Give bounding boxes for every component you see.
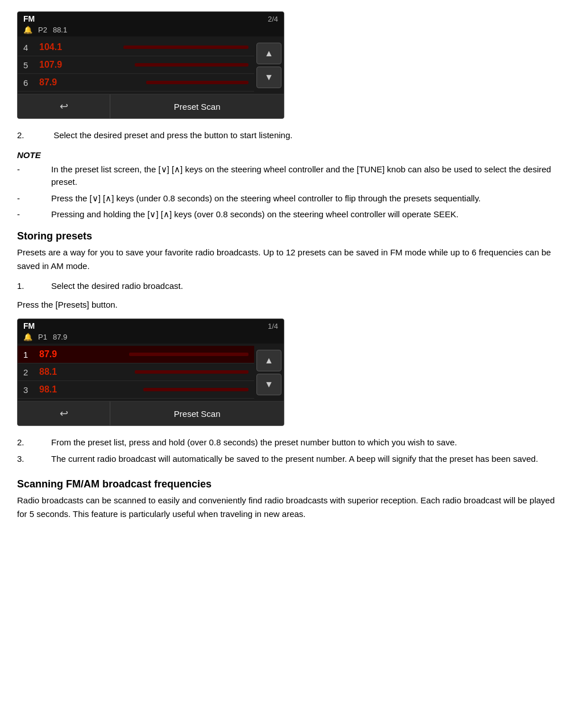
note-section: NOTE - In the preset list screen, the [∨… bbox=[17, 150, 559, 221]
freq-value: 87.9 bbox=[39, 77, 57, 88]
screen2-subheader: 🔔 P1 87.9 bbox=[18, 332, 284, 344]
screen1-freq-label: 88.1 bbox=[53, 26, 67, 34]
screen2-fm-label: FM bbox=[23, 321, 35, 330]
press-presets-text: Press the [Presets] button. bbox=[17, 298, 559, 312]
screen1-footer: ↩ Preset Scan bbox=[18, 94, 284, 118]
table-row[interactable]: 3 98.1 bbox=[18, 381, 254, 399]
scroll-down-button-1[interactable]: ▼ bbox=[256, 67, 281, 88]
scroll-buttons-1: ▲ ▼ bbox=[254, 36, 284, 94]
note-dash-3: - bbox=[17, 208, 51, 221]
step3-num: 3. bbox=[17, 453, 51, 466]
note-dash-2: - bbox=[17, 192, 51, 205]
freq-bar bbox=[135, 63, 248, 67]
note-title: NOTE bbox=[17, 150, 559, 160]
screen2-header: FM 1/4 bbox=[18, 319, 284, 332]
freq-value: 88.1 bbox=[39, 367, 57, 377]
step2-num: 2. bbox=[17, 129, 51, 142]
note-content-1: In the preset list screen, the [∨] [∧] k… bbox=[51, 163, 559, 189]
step2b-content: From the preset list, press and hold (ov… bbox=[51, 436, 457, 449]
note-item-2: - Press the [∨] [∧] keys (under 0.8 seco… bbox=[17, 192, 559, 205]
storing-step-3: 3. The current radio broadcast will auto… bbox=[17, 453, 559, 466]
freq-value: 98.1 bbox=[39, 384, 57, 395]
chevron-down-icon: ▼ bbox=[264, 72, 274, 82]
chevron-up-icon-2: ▲ bbox=[264, 355, 274, 366]
screen2-page-indicator: 1/4 bbox=[268, 322, 278, 330]
screen1-preset-label: P2 bbox=[38, 26, 47, 34]
scanning-heading: Scanning FM/AM broadcast frequencies bbox=[17, 478, 559, 490]
screen1-page-indicator: 2/4 bbox=[268, 15, 278, 23]
storing-step-1: 1. Select the desired radio broadcast. bbox=[17, 280, 559, 293]
back-button-2[interactable]: ↩ bbox=[18, 402, 110, 425]
screen1-list: 4 104.1 5 107.9 6 87.9 bbox=[18, 36, 254, 94]
preset-scan-label-2: Preset Scan bbox=[174, 409, 221, 419]
freq-value: 107.9 bbox=[39, 60, 62, 70]
freq-bar bbox=[135, 370, 248, 374]
storing-presets-heading: Storing presets bbox=[17, 230, 559, 242]
table-row[interactable]: 2 88.1 bbox=[18, 363, 254, 381]
back-button-1[interactable]: ↩ bbox=[18, 94, 110, 118]
screen2-preset-label: P1 bbox=[38, 333, 47, 341]
table-row[interactable]: 4 104.1 bbox=[18, 39, 254, 56]
freq-bar bbox=[123, 46, 248, 49]
preset-num: 1 bbox=[23, 350, 35, 359]
step2b-num: 2. bbox=[17, 436, 51, 449]
chevron-up-icon: ▲ bbox=[264, 48, 274, 59]
scroll-up-button-1[interactable]: ▲ bbox=[256, 43, 281, 64]
screen1-header: FM 2/4 bbox=[18, 12, 284, 24]
freq-value: 87.9 bbox=[39, 349, 57, 359]
table-row[interactable]: 5 107.9 bbox=[18, 56, 254, 74]
freq-bar bbox=[146, 81, 248, 84]
table-row[interactable]: 1 87.9 bbox=[18, 346, 254, 363]
freq-bar bbox=[143, 388, 248, 391]
back-icon-1: ↩ bbox=[60, 100, 68, 113]
preset-num: 6 bbox=[23, 78, 35, 88]
step1-num: 1. bbox=[17, 280, 51, 293]
preset-num: 2 bbox=[23, 367, 35, 377]
antenna-icon-2: 🔔 bbox=[23, 333, 32, 341]
back-icon-2: ↩ bbox=[60, 407, 68, 420]
screen1-fm-label: FM bbox=[23, 14, 35, 23]
screen2-list: 1 87.9 2 88.1 3 98.1 bbox=[18, 344, 254, 401]
antenna-icon-1: 🔔 bbox=[23, 26, 32, 34]
storing-presets-para: Presets are a way for you to save your f… bbox=[17, 246, 559, 273]
step2-content: Select the desired preset and press the … bbox=[53, 130, 292, 140]
freq-value: 104.1 bbox=[39, 42, 62, 52]
freq-bar bbox=[129, 353, 248, 356]
screen2-footer: ↩ Preset Scan bbox=[18, 401, 284, 425]
screen1-list-area: 4 104.1 5 107.9 6 87.9 ▲ ▼ bbox=[18, 36, 284, 94]
preset-scan-label-1: Preset Scan bbox=[174, 102, 221, 111]
screen2-freq-label: 87.9 bbox=[53, 333, 67, 341]
scanning-para: Radio broadcasts can be scanned to easil… bbox=[17, 494, 559, 521]
scroll-up-button-2[interactable]: ▲ bbox=[256, 350, 281, 371]
step1-content: Select the desired radio broadcast. bbox=[51, 280, 183, 293]
preset-scan-button-2[interactable]: Preset Scan bbox=[110, 402, 284, 425]
table-row[interactable]: 6 87.9 bbox=[18, 74, 254, 92]
radio-screen-2: FM 1/4 🔔 P1 87.9 1 87.9 2 88.1 3 98.1 bbox=[17, 318, 284, 426]
preset-num: 3 bbox=[23, 385, 35, 395]
scroll-down-button-2[interactable]: ▼ bbox=[256, 374, 281, 395]
step3-content: The current radio broadcast will automat… bbox=[51, 453, 538, 466]
note-content-3: Pressing and holding the [∨] [∧] keys (o… bbox=[51, 208, 559, 221]
note-content-2: Press the [∨] [∧] keys (under 0.8 second… bbox=[51, 192, 559, 205]
note-item-3: - Pressing and holding the [∨] [∧] keys … bbox=[17, 208, 559, 221]
preset-num: 4 bbox=[23, 43, 35, 52]
note-dash-1: - bbox=[17, 163, 51, 189]
scroll-buttons-2: ▲ ▼ bbox=[254, 344, 284, 401]
preset-scan-button-1[interactable]: Preset Scan bbox=[110, 94, 284, 118]
chevron-down-icon-2: ▼ bbox=[264, 379, 274, 390]
screen2-list-area: 1 87.9 2 88.1 3 98.1 ▲ ▼ bbox=[18, 344, 284, 401]
storing-step-2: 2. From the preset list, press and hold … bbox=[17, 436, 559, 449]
preset-num: 5 bbox=[23, 60, 35, 70]
radio-screen-1: FM 2/4 🔔 P2 88.1 4 104.1 5 107.9 6 87.9 bbox=[17, 11, 284, 119]
note-item-1: - In the preset list screen, the [∨] [∧]… bbox=[17, 163, 559, 189]
screen1-subheader: 🔔 P2 88.1 bbox=[18, 24, 284, 36]
step2-text: 2. Select the desired preset and press t… bbox=[17, 129, 559, 142]
